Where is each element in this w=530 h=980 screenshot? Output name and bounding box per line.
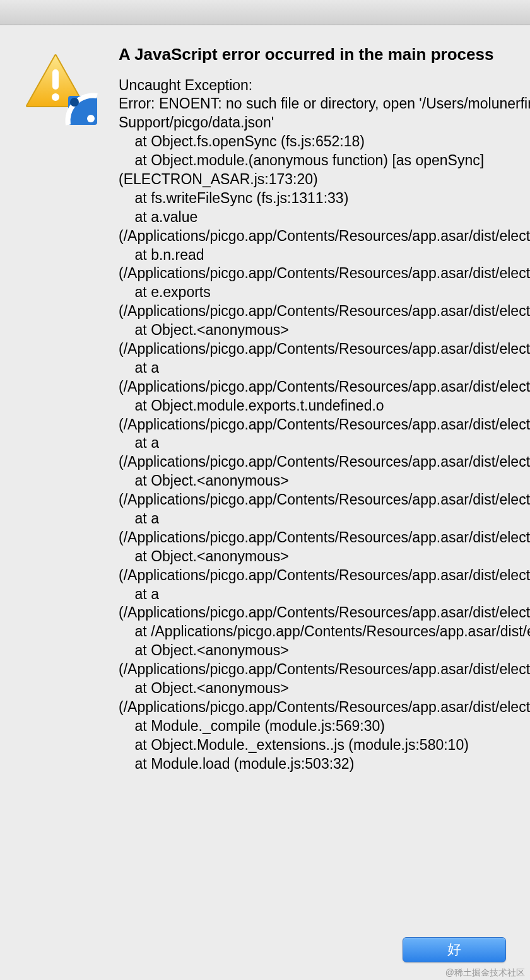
content-column: A JavaScript error occurred in the main … xyxy=(112,44,530,773)
button-row: 好 xyxy=(403,937,506,962)
svg-point-1 xyxy=(52,93,59,101)
dialog-title: A JavaScript error occurred in the main … xyxy=(119,44,530,65)
window-titlebar xyxy=(0,0,530,25)
svg-point-3 xyxy=(70,98,79,107)
warning-icon xyxy=(24,50,100,126)
dialog-message: Uncaught Exception: Error: ENOENT: no su… xyxy=(119,76,530,774)
dialog-body: A JavaScript error occurred in the main … xyxy=(0,25,530,773)
watermark: @稀土掘金技术社区 xyxy=(445,967,525,979)
icon-column xyxy=(24,44,112,773)
svg-rect-0 xyxy=(52,69,59,90)
ok-button[interactable]: 好 xyxy=(403,937,506,962)
svg-point-4 xyxy=(87,115,95,122)
